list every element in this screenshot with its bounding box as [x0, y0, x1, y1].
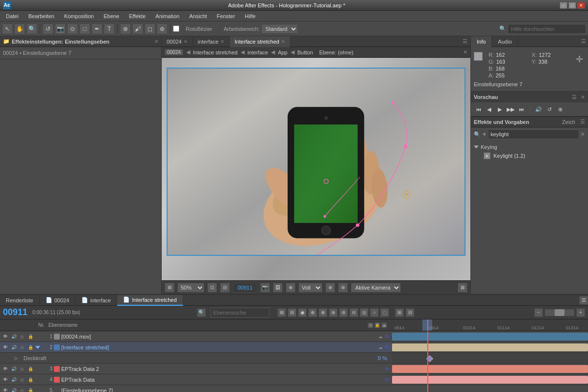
- layer-2-lock-toggle[interactable]: 🔒: [27, 344, 34, 351]
- comp-tab-00024[interactable]: 00024 ✕: [162, 36, 193, 47]
- play-button[interactable]: ▶: [495, 105, 504, 114]
- layer-5-lock-toggle[interactable]: 🔒: [27, 387, 34, 392]
- layer-search-input[interactable]: [211, 308, 270, 318]
- view-mode-button[interactable]: ⊗: [325, 283, 335, 293]
- layer-panel-close-icon[interactable]: ✕: [463, 49, 467, 55]
- timeline-icon-11[interactable]: ◌: [380, 308, 389, 317]
- layer-5-solo-toggle[interactable]: ◎: [19, 387, 25, 392]
- last-frame-button[interactable]: ⏭: [517, 105, 526, 114]
- audio-toggle-button[interactable]: 🔊: [534, 105, 543, 114]
- workspace-select[interactable]: Standard: [261, 24, 298, 34]
- show-snapshot-button[interactable]: 🖼: [273, 283, 283, 293]
- zoom-tool[interactable]: 🔍: [26, 24, 37, 34]
- layer-4-eye-toggle[interactable]: 👁: [2, 376, 9, 383]
- composition-viewer[interactable]: [162, 58, 470, 280]
- loop-button[interactable]: ↺: [545, 105, 554, 114]
- breadcrumb-button[interactable]: Button: [297, 49, 313, 55]
- comp-tab-00024-close[interactable]: ✕: [184, 39, 188, 44]
- timeline-icon-10[interactable]: ○: [370, 308, 379, 317]
- brush-tool[interactable]: 🖌: [132, 24, 143, 34]
- timecode-input[interactable]: [233, 283, 257, 293]
- timeline-icon-6[interactable]: ⊛: [329, 308, 338, 317]
- roto-bezier-checkbox[interactable]: [173, 25, 179, 32]
- timeline-zoom-slider[interactable]: [545, 309, 574, 316]
- layer-3-name[interactable]: EPTrack Data 2: [61, 366, 383, 372]
- snapshot-button[interactable]: 📷: [260, 283, 270, 293]
- type-tool[interactable]: T: [104, 24, 115, 34]
- layer-2-transform-icon[interactable]: ☁: [377, 344, 383, 350]
- breadcrumb-interface-stretched[interactable]: Interface stretched: [193, 49, 238, 55]
- tab-interface-stretched-bottom[interactable]: 📄 Interface stretched: [117, 295, 183, 306]
- layer-5-name[interactable]: [Einstellungsebene 7]: [61, 388, 390, 392]
- timeline-icon-2[interactable]: ⊟: [288, 308, 296, 317]
- track-bar-3[interactable]: [392, 365, 588, 373]
- zoom-select[interactable]: 50% 100% 200%: [177, 283, 204, 293]
- minimize-button[interactable]: –: [560, 2, 567, 9]
- preview-panel-close-icon[interactable]: ✕: [581, 94, 585, 100]
- layer-panel-menu-icon[interactable]: ☰: [579, 296, 588, 305]
- timeline-zoom-out[interactable]: −: [534, 308, 543, 317]
- prev-frame-button[interactable]: ◀: [485, 105, 493, 114]
- menu-ansicht[interactable]: Ansicht: [185, 12, 211, 20]
- layer-4-fx-icon[interactable]: /fx: [384, 377, 390, 383]
- layer-2-solo-toggle[interactable]: ◎: [19, 344, 25, 351]
- view-quality-select[interactable]: Voll Halb Auto: [298, 283, 322, 293]
- timeline-icon-7[interactable]: ⊜: [339, 308, 348, 317]
- layer-4-lock-toggle[interactable]: 🔒: [27, 376, 34, 383]
- region-of-interest-button[interactable]: ⊠: [458, 283, 467, 293]
- menu-fenster[interactable]: Fenster: [213, 12, 239, 20]
- rotate-tool[interactable]: ↺: [43, 24, 53, 34]
- fit-comp-button[interactable]: ⊡: [207, 283, 217, 293]
- timeline-ruler[interactable]: 0814 0914 01014 01114 01214 01314 01414: [392, 319, 588, 331]
- layer-2-expand-toggle[interactable]: [35, 346, 42, 349]
- info-panel-menu-icon[interactable]: ☰: [579, 38, 588, 45]
- layer-5-audio-toggle[interactable]: 🔊: [10, 387, 17, 392]
- layer-4-name[interactable]: EPTrack Data: [61, 377, 383, 383]
- selection-tool[interactable]: ↖: [2, 24, 13, 34]
- help-search-input[interactable]: [508, 24, 586, 34]
- layer-3-fx-icon[interactable]: /fx: [384, 366, 390, 372]
- timeline-icon-9[interactable]: ◎: [360, 308, 368, 317]
- tab-info[interactable]: Info: [471, 36, 492, 47]
- layer-3-solo-toggle[interactable]: ◎: [19, 366, 25, 372]
- layer-5-eye-toggle[interactable]: 👁: [2, 387, 9, 392]
- tab-interface-bottom[interactable]: 📄 interface: [75, 295, 117, 306]
- layer-3-audio-toggle[interactable]: 🔊: [10, 366, 17, 372]
- timeline-icon-5[interactable]: ⊗: [318, 308, 327, 317]
- menu-hilfe[interactable]: Hilfe: [241, 12, 260, 20]
- enable-frame-blend-button[interactable]: ⊟: [406, 308, 415, 317]
- tab-renderliste[interactable]: Renderliste: [0, 295, 40, 306]
- menu-effekte[interactable]: Effekte: [125, 12, 149, 20]
- puppet-tool[interactable]: ⊛: [157, 24, 168, 34]
- layer-2-eye-toggle[interactable]: 👁: [2, 344, 9, 351]
- tab-audio[interactable]: Audio: [492, 36, 518, 47]
- clone-tool[interactable]: ⊕: [120, 24, 131, 34]
- ev-panel-menu-icon[interactable]: ☰: [580, 119, 585, 125]
- pen-tool[interactable]: ✒: [92, 24, 102, 34]
- layer-3-lock-toggle[interactable]: 🔒: [27, 366, 34, 372]
- toggle-grid-button[interactable]: ⊞: [165, 283, 174, 293]
- layer-2-name[interactable]: [Interface stretched]: [61, 344, 376, 350]
- layer-1-eye-toggle[interactable]: 👁: [2, 333, 9, 340]
- layer-1-transform-icon[interactable]: ☁: [377, 334, 383, 340]
- timeline-icon-4[interactable]: ⊕: [308, 308, 317, 317]
- show-channel-button[interactable]: ⊕: [286, 283, 295, 293]
- timeline-icon-3[interactable]: ◉: [298, 308, 307, 317]
- view-options-button[interactable]: ⊟: [220, 283, 230, 293]
- ev-search-input[interactable]: [488, 129, 579, 139]
- tab-00024[interactable]: 📄 00024: [40, 295, 76, 306]
- ev-search-arrow-icon[interactable]: ▼: [482, 131, 487, 137]
- layer-3-eye-toggle[interactable]: 👁: [2, 366, 9, 372]
- timeline-icon-1[interactable]: ⊞: [277, 308, 286, 317]
- camera-view-select[interactable]: Aktive Kamera: [351, 283, 401, 293]
- eraser-tool[interactable]: ◻: [145, 24, 155, 34]
- preview-panel-menu-icon[interactable]: ☰: [572, 94, 577, 100]
- orbit-tool[interactable]: ⊙: [67, 24, 78, 34]
- layer-4-solo-toggle[interactable]: ◎: [19, 376, 25, 383]
- track-bar-1[interactable]: [392, 333, 588, 341]
- live-update-button[interactable]: ⊕: [556, 105, 564, 114]
- keylight-effect-item[interactable]: K Keylight (1.2): [474, 151, 585, 161]
- track-bar-2[interactable]: [392, 343, 588, 351]
- maximize-button[interactable]: □: [568, 2, 576, 9]
- deckkraft-value[interactable]: 0 %: [378, 355, 387, 361]
